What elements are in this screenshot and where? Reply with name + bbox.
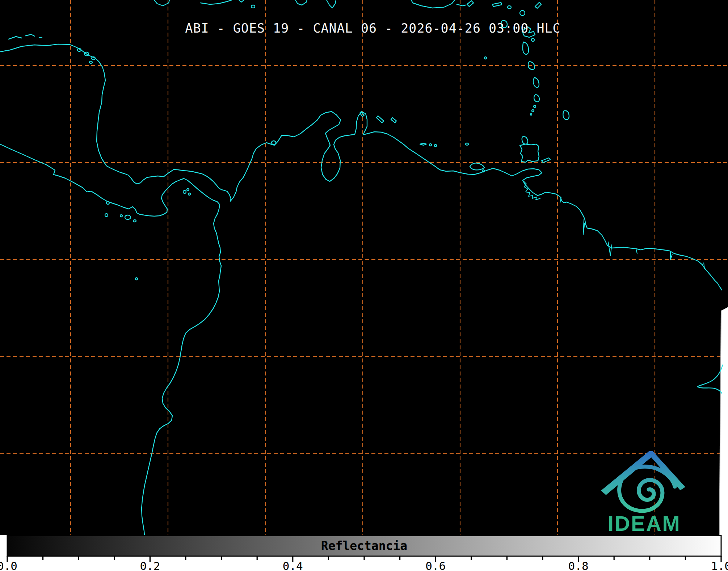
- map-background: [0, 0, 728, 535]
- satellite-image-figure: ABI - GOES 19 - CANAL 06 - 2026-04-26 03…: [0, 0, 728, 571]
- logo-wordmark: IDEAM: [608, 512, 681, 535]
- colorbar-tick-label: 0.2: [140, 559, 160, 571]
- image-title: ABI - GOES 19 - CANAL 06 - 2026-04-26 03…: [185, 21, 560, 35]
- colorbar-label: Reflectancia: [321, 539, 407, 553]
- map-canvas: ABI - GOES 19 - CANAL 06 - 2026-04-26 03…: [0, 0, 728, 571]
- colorbar-tick-label: 1.0: [711, 559, 728, 571]
- colorbar-tick-label: 0.6: [425, 559, 446, 571]
- colorbar-tick-label: 0.4: [283, 559, 303, 571]
- colorbar-tick-label: 0.0: [0, 559, 17, 571]
- colorbar-tick-label: 0.8: [568, 559, 589, 571]
